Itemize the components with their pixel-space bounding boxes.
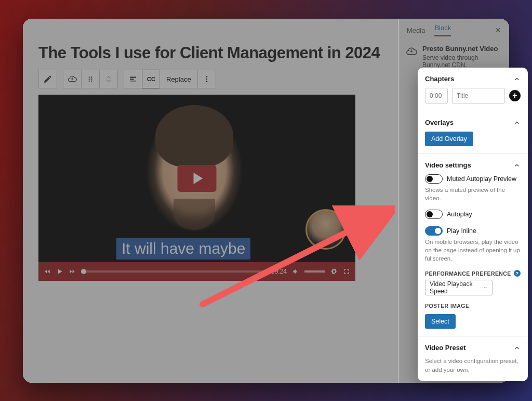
drag-icon	[86, 74, 95, 84]
post-title[interactable]: The Tools I use for Client Management in…	[38, 44, 382, 62]
move-updown-button[interactable]	[99, 70, 118, 88]
performance-select[interactable]: Video Playback Speed	[425, 280, 493, 295]
section-chapters-header[interactable]: Chapters	[425, 75, 521, 83]
section-video-preset: Video Preset Select a video configuratio…	[418, 336, 528, 381]
pencil-icon	[43, 74, 52, 84]
tab-block[interactable]: Block	[434, 24, 451, 36]
tab-media[interactable]: Media	[407, 27, 425, 34]
cloud-icon-button[interactable]	[63, 70, 82, 88]
toggle-play-inline[interactable]	[425, 226, 443, 236]
svg-point-2	[89, 79, 90, 80]
svg-point-11	[206, 81, 207, 82]
block-toolbar: CC Replace	[38, 70, 382, 88]
play-button[interactable]	[178, 165, 217, 192]
svg-point-5	[91, 81, 92, 82]
block-desc-text: Serve video through Bunny.net CDN.	[422, 54, 502, 69]
section-video-settings-header[interactable]: Video settings	[425, 161, 521, 169]
section-chapters-title: Chapters	[425, 75, 454, 83]
label-autoplay: Autoplay	[447, 211, 472, 218]
replace-button[interactable]: Replace	[159, 70, 198, 88]
chapter-time-input[interactable]	[425, 88, 448, 104]
section-video-preset-title: Video Preset	[425, 344, 466, 352]
fullscreen-icon[interactable]	[343, 268, 350, 275]
inspector-tabs: Media Block ×	[398, 21, 509, 40]
edit-icon-button[interactable]	[38, 70, 57, 88]
svg-point-9	[206, 76, 207, 77]
pip-avatar	[305, 209, 346, 250]
block-name: Presto Bunny.net Video	[422, 45, 502, 53]
chevron-up-icon	[513, 75, 521, 83]
performance-selected: Video Playback Speed	[430, 280, 483, 295]
svg-rect-7	[130, 79, 134, 80]
section-video-settings-title: Video settings	[425, 161, 471, 169]
align-button[interactable]	[124, 70, 142, 88]
poster-select-button[interactable]: Select	[425, 314, 456, 329]
section-chapters: Chapters +	[418, 68, 528, 111]
more-options-button[interactable]	[197, 70, 216, 88]
volume-bar[interactable]	[304, 270, 325, 273]
seek-bar[interactable]	[81, 270, 266, 273]
forward-icon[interactable]	[69, 268, 76, 275]
add-overlay-button[interactable]: Add Overlay	[425, 132, 473, 146]
chevron-up-icon	[513, 344, 521, 352]
svg-point-10	[206, 79, 207, 80]
add-chapter-button[interactable]: +	[509, 90, 521, 101]
close-inspector-button[interactable]: ×	[495, 25, 501, 36]
cc-button[interactable]: CC	[142, 70, 161, 88]
label-play-inline: Play inline	[447, 227, 476, 235]
rewind-icon[interactable]	[44, 268, 51, 275]
desc-muted-autoplay: Shows a muted preview of the video.	[425, 186, 521, 202]
svg-point-1	[91, 76, 92, 77]
chapter-title-input[interactable]	[452, 88, 505, 104]
section-overlays: Overlays Add Overlay	[418, 111, 528, 153]
settings-panel: Chapters + Overlays Add Overlay Video se…	[418, 68, 528, 381]
svg-point-3	[91, 79, 92, 80]
video-caption: It will have maybe	[116, 238, 250, 260]
svg-point-4	[89, 81, 90, 82]
toggle-autoplay[interactable]	[425, 210, 443, 219]
settings-gear-icon[interactable]	[330, 268, 338, 275]
caret-updown-icon	[104, 74, 113, 84]
svg-point-0	[89, 76, 90, 77]
toggle-muted-autoplay[interactable]	[425, 174, 443, 184]
chevron-down-icon	[483, 285, 488, 290]
play-icon[interactable]	[56, 268, 63, 275]
kebab-icon	[202, 74, 211, 84]
help-icon[interactable]: ?	[514, 270, 521, 277]
label-muted-autoplay: Muted Autoplay Preview	[447, 175, 516, 183]
desc-play-inline: On mobile browsers, play the video on th…	[425, 238, 521, 263]
heading-performance-text: PERFORMANCE PREFERENCE	[425, 270, 511, 277]
align-icon	[128, 74, 138, 84]
section-overlays-title: Overlays	[425, 119, 454, 126]
cloud-icon	[406, 46, 417, 57]
chevron-up-icon	[513, 119, 521, 126]
chevron-up-icon	[513, 162, 521, 169]
heading-performance: PERFORMANCE PREFERENCE ?	[425, 270, 521, 277]
svg-rect-6	[130, 77, 136, 78]
drag-handle-button[interactable]	[81, 70, 100, 88]
video-player-block[interactable]: It will have maybe 09:24	[38, 95, 355, 281]
heading-poster: POSTER IMAGE	[425, 303, 521, 309]
volume-icon[interactable]	[292, 268, 299, 275]
section-video-settings: Video settings Muted Autoplay Preview Sh…	[418, 153, 528, 336]
cloud-download-icon	[68, 74, 77, 84]
editor-main: The Tools I use for Client Management in…	[23, 19, 398, 383]
svg-rect-8	[130, 81, 136, 82]
section-overlays-header[interactable]: Overlays	[425, 119, 521, 126]
video-controls: 09:24	[38, 262, 355, 281]
section-video-preset-header[interactable]: Video Preset	[425, 344, 521, 352]
timecode: 09:24	[271, 268, 287, 275]
preset-desc: Select a video configuration preset, or …	[425, 357, 521, 373]
